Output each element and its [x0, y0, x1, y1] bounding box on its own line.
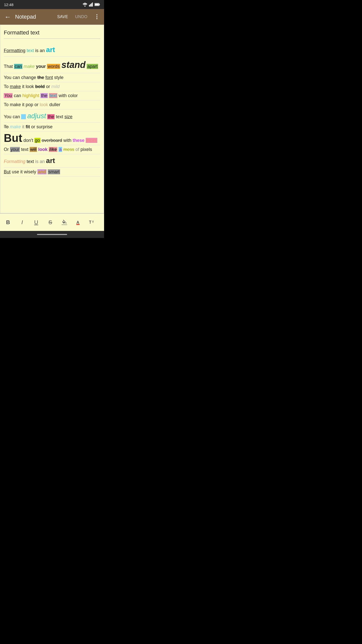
word-art: art — [46, 46, 55, 54]
word-look: look — [38, 147, 48, 152]
line-8: To make it fit or surprise — [4, 123, 100, 132]
svg-rect-2 — [90, 4, 91, 7]
word-look: look — [40, 102, 48, 107]
word-size: size — [64, 114, 72, 119]
word-fit: fit — [26, 124, 30, 129]
word-but2: But — [4, 169, 11, 174]
line-11: Formatting text is an art — [4, 154, 100, 168]
word-the3: the — [47, 114, 55, 119]
svg-rect-6 — [99, 4, 100, 5]
word-formatting2: Formatting — [4, 159, 25, 164]
word-to-strike: To — [4, 124, 9, 129]
signal-icon — [89, 3, 93, 7]
word-the-strike: the — [37, 75, 44, 80]
word-make: make — [24, 64, 35, 69]
word-art2: art — [46, 157, 55, 165]
line-4: To make it look bold or mild — [4, 82, 100, 91]
word-highlight: highlight — [22, 93, 39, 98]
line-1: Formatting text is an art — [4, 43, 100, 57]
word-formatting: Formatting — [4, 48, 25, 53]
app-title: Notepad — [15, 14, 53, 20]
svg-text:T: T — [92, 220, 94, 223]
svg-rect-7 — [95, 4, 99, 6]
word-of: of — [75, 147, 79, 152]
word-will: will — [30, 147, 37, 152]
word-font: font — [45, 75, 53, 80]
word-the2: the — [40, 93, 48, 98]
word-words: words — [47, 64, 60, 69]
save-button[interactable]: SAVE — [55, 13, 71, 21]
word-and: and — [37, 169, 47, 174]
italic-button[interactable]: I — [18, 218, 27, 227]
highlight-button[interactable] — [60, 218, 69, 227]
status-bar: 12:48 — [0, 0, 104, 9]
wifi-icon — [82, 3, 87, 7]
line-6: To make it pop or look duller — [4, 100, 100, 109]
font-color-icon: A — [76, 220, 81, 225]
line-2: That can make your words stand apart — [4, 57, 100, 73]
svg-rect-9 — [76, 224, 80, 225]
word-like: like — [49, 147, 57, 152]
word-is-an: is an — [35, 159, 45, 164]
word-these: these — [73, 138, 84, 143]
status-icons — [82, 3, 100, 7]
line-10: Or your text will look like a mess of pi… — [4, 145, 100, 154]
word-you-ital: You — [4, 93, 13, 98]
word-mild: mild — [51, 84, 60, 89]
bold-button[interactable]: B — [4, 218, 13, 227]
back-button[interactable]: ← — [3, 11, 13, 23]
word-but: But — [4, 132, 22, 144]
editor-container[interactable]: Formatted text Formatting text is an art… — [0, 25, 104, 213]
word-stand: stand — [61, 60, 85, 70]
svg-rect-4 — [92, 3, 93, 7]
svg-point-0 — [84, 6, 85, 7]
word-a-bg: a — [59, 147, 62, 152]
undo-button[interactable]: UNDO — [73, 13, 90, 21]
line-5: You can highlight the text with color — [4, 91, 100, 100]
word-go-bg: go — [34, 138, 40, 143]
line-3: You can change the font style — [4, 73, 100, 82]
nav-bar — [0, 231, 104, 238]
word-you-bg — [21, 114, 26, 119]
line-9: But don't go overboard with these tricks — [4, 132, 100, 145]
bottom-toolbar: B I U S A T T ✕ — [0, 213, 104, 231]
word-tricks: tricks — [86, 138, 97, 143]
word-make3: make — [10, 124, 21, 129]
word-make2: make — [10, 84, 21, 89]
word-mess: mess — [63, 147, 74, 152]
word-can: can — [14, 64, 22, 69]
svg-rect-1 — [89, 5, 90, 7]
strikethrough-button[interactable]: S — [46, 218, 55, 227]
paint-icon — [62, 220, 67, 225]
svg-rect-3 — [91, 3, 92, 7]
font-color-button[interactable]: A — [74, 218, 83, 227]
word-your: your — [36, 64, 46, 69]
word-apart: apart — [87, 64, 98, 69]
svg-text:A: A — [76, 220, 79, 224]
word-adjust: adjust — [27, 112, 46, 120]
font-size-icon: T T — [89, 220, 96, 225]
content-area[interactable]: Formatting text is an art That can make … — [4, 43, 100, 177]
app-bar: ← Notepad SAVE UNDO ⋮ — [0, 9, 104, 25]
svg-text:T: T — [89, 220, 92, 224]
word-your-bg: your — [10, 147, 20, 152]
time: 12:48 — [4, 3, 14, 7]
word-bold-strike: bold — [35, 84, 45, 89]
line-7: You can adjust the text size — [4, 109, 100, 123]
underline-button[interactable]: U — [32, 218, 41, 227]
word-text2: text — [49, 93, 57, 98]
word-smart: smart — [48, 169, 60, 174]
word-overboard: overboard — [42, 138, 62, 143]
word-text: text — [27, 48, 34, 53]
font-size-button[interactable]: T T — [88, 218, 97, 227]
nav-pill — [37, 234, 67, 235]
word-it-gray: it — [22, 124, 24, 129]
line-12: But use it wisely and smart — [4, 168, 100, 177]
battery-icon — [95, 3, 100, 6]
more-button[interactable]: ⋮ — [92, 12, 102, 22]
document-title: Formatted text — [4, 29, 100, 39]
